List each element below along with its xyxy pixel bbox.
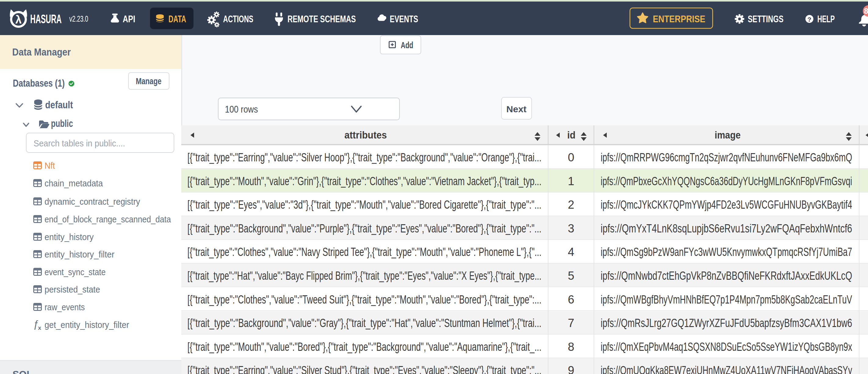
svg-text:chain_metadata: chain_metadata	[44, 178, 103, 188]
svg-text:get_entity_history_filter: get_entity_history_filter	[44, 320, 129, 330]
svg-text:image: image	[715, 129, 741, 141]
svg-text:ipfs://QmUQgKka8EW7exiUHnMwZ4U: ipfs://QmUQgKka8EW7exiUHnMwZ4UoXA11wV7NF…	[601, 364, 852, 374]
svg-text:5: 5	[568, 269, 574, 282]
svg-text:ipfs://QmSg9bPzW9anFYc3wWU5Knv: ipfs://QmSg9bPzW9anFYc3wWU5KnvymwkxQTpmq…	[601, 246, 852, 258]
svg-text:dynamic_contract_registry: dynamic_contract_registry	[44, 196, 140, 207]
svg-text:attributes: attributes	[345, 129, 387, 141]
svg-text:event_sync_state: event_sync_state	[44, 267, 105, 277]
svg-text:8: 8	[568, 340, 574, 353]
svg-text:default: default	[45, 99, 73, 111]
svg-text:ipfs://QmWBgfBhyVmHNhBfEQ7p1P4: ipfs://QmWBgfBhyVmHNhBfEQ7p1P4Mpn7pm5b8K…	[601, 293, 852, 306]
svg-text:ipfs://QmRRPWG96cmgTn2qSzjwr2q: ipfs://QmRRPWG96cmgTn2qSzjwr2qvfNEuhunv6…	[601, 151, 852, 164]
svg-text:8: 8	[864, 7, 868, 15]
svg-text:raw_events: raw_events	[44, 302, 85, 312]
svg-text:0: 0	[568, 151, 574, 164]
svg-text:[{"trait_type":"Mouth","value": [{"trait_type":"Mouth","value":"Bored"},…	[187, 340, 541, 353]
svg-text:SETTINGS: SETTINGS	[748, 13, 783, 24]
svg-text:SQL: SQL	[12, 369, 33, 374]
svg-text:ipfs://QmNwbd7ctEhGpVkP8nZvBBQ: ipfs://QmNwbd7ctEhGpVkP8nZvBBQfiNeFKRdxf…	[601, 269, 852, 282]
svg-text:[{"trait_type":"Clothes","valu: [{"trait_type":"Clothes","value":"Tweed …	[187, 293, 541, 306]
svg-text:entity_history: entity_history	[44, 232, 94, 242]
svg-text:[{"trait_type":"Mouth","value": [{"trait_type":"Mouth","value":"Grin"},{…	[187, 175, 541, 188]
svg-text:persisted_state: persisted_state	[44, 284, 100, 294]
svg-text:DATA: DATA	[168, 13, 186, 24]
svg-text:[{"trait_type":"Background","v: [{"trait_type":"Background","value":"Gra…	[187, 317, 541, 330]
svg-text:Databases (1): Databases (1)	[13, 77, 65, 89]
svg-text:HELP: HELP	[817, 13, 835, 24]
svg-text:100 rows: 100 rows	[225, 104, 258, 115]
svg-text:ipfs://QmYxT4LnK8sqLupjbS6eRvu: ipfs://QmYxT4LnK8sqLupjbS6eRvu1si7Ly2wFQ…	[601, 222, 852, 235]
svg-text:[{"trait_type":"Hat","value":": [{"trait_type":"Hat","value":"Bayc Flipp…	[187, 269, 541, 282]
svg-text:REMOTE SCHEMAS: REMOTE SCHEMAS	[287, 13, 356, 24]
svg-text:v2.23.0: v2.23.0	[69, 14, 88, 24]
svg-text:Next: Next	[506, 104, 526, 114]
svg-text:Data Manager: Data Manager	[12, 46, 71, 58]
svg-text:[{"trait_type":"Eyes","value":: [{"trait_type":"Eyes","value":"3d"},{"tr…	[187, 198, 541, 211]
svg-text:id: id	[567, 129, 576, 141]
svg-text:Add: Add	[401, 40, 413, 50]
svg-text:9: 9	[568, 364, 574, 374]
svg-text:HASURA: HASURA	[30, 12, 62, 26]
svg-text:entity_history_filter: entity_history_filter	[44, 249, 115, 259]
svg-text:[{"trait_type":"Earring","valu: [{"trait_type":"Earring","value":"Silver…	[187, 151, 541, 164]
svg-text:ipfs://QmXEqPbvM4aq1SQSXN8DSuE: ipfs://QmXEqPbvM4aq1SQSXN8DSuEcSo5SseYW1…	[601, 340, 852, 353]
svg-text:?: ?	[808, 16, 811, 23]
svg-text:EVENTS: EVENTS	[390, 13, 418, 24]
svg-text:[{"trait_type":"Earring","valu: [{"trait_type":"Earring","value":"Silver…	[187, 364, 541, 374]
svg-text:1: 1	[568, 175, 574, 188]
svg-text:ipfs://QmcJYkCKK7QPmYWjp4FD2e3: ipfs://QmcJYkCKK7QPmYWjp4FD2e3Lv5WCGFuHN…	[601, 198, 852, 211]
svg-text:Search tables in public....: Search tables in public....	[34, 138, 125, 148]
svg-text:λ: λ	[15, 13, 22, 26]
svg-text:3: 3	[568, 222, 574, 235]
svg-text:4: 4	[568, 246, 574, 258]
svg-text:[{"trait_type":"Background","v: [{"trait_type":"Background","value":"Pur…	[187, 222, 541, 235]
svg-text:7: 7	[568, 317, 574, 330]
svg-text:public: public	[51, 118, 73, 129]
svg-text:API: API	[123, 13, 135, 24]
svg-text:ACTIONS: ACTIONS	[223, 13, 253, 24]
svg-text:2: 2	[568, 198, 574, 211]
svg-text:ipfs://QmRsJLrg27GQ1ZWyrXZFuJF: ipfs://QmRsJLrg27GQ1ZWyrXZFuJFdU5bapfzsy…	[601, 317, 852, 330]
svg-text:end_of_block_range_scanned_dat: end_of_block_range_scanned_data	[44, 214, 171, 224]
svg-text:Manage: Manage	[136, 76, 161, 86]
svg-text:ENTERPRISE: ENTERPRISE	[653, 13, 705, 24]
svg-text:Nft: Nft	[44, 160, 55, 170]
svg-text:6: 6	[568, 293, 574, 306]
svg-text:x: x	[38, 324, 41, 331]
svg-text:ipfs://QmPbxeGcXhYQQNgsC6a36dD: ipfs://QmPbxeGcXhYQQNgsC6a36dDyYUcHgMLnG…	[601, 175, 852, 188]
svg-text:[{"trait_type":"Clothes","valu: [{"trait_type":"Clothes","value":"Navy S…	[187, 246, 541, 258]
